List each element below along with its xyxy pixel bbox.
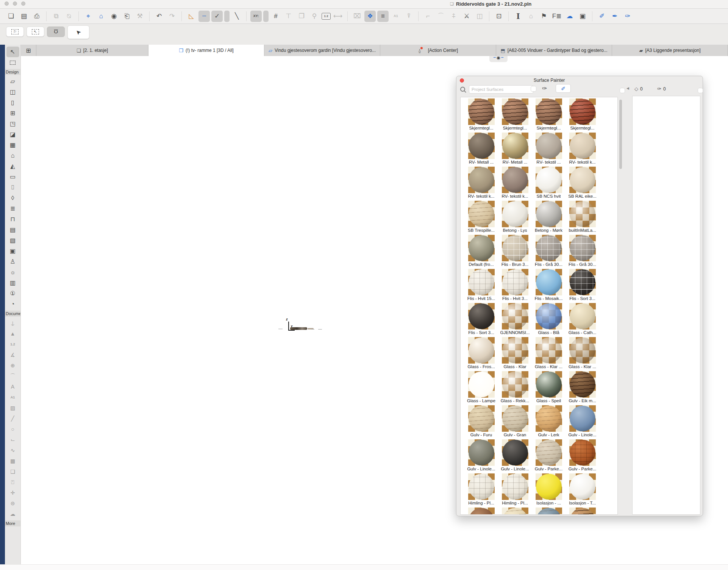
right-panel-toggle[interactable] [698, 88, 703, 93]
material-tile[interactable]: Glass - Speil [532, 371, 566, 405]
material-tile[interactable]: Glass - Klar ... [566, 337, 599, 371]
copy-settings-icon[interactable]: ⧉ [50, 11, 62, 22]
corner-window-tool[interactable]: ◳ [6, 119, 19, 129]
fill-tool[interactable]: ▨ [6, 403, 19, 413]
door-split-icon[interactable]: ◫ [474, 11, 485, 22]
text-tool[interactable]: A [6, 381, 19, 392]
window-tool[interactable]: ⊞ [6, 108, 19, 119]
skylight-tool[interactable]: ◪ [6, 129, 19, 140]
angle-dimension-tool[interactable]: ∡ [6, 350, 19, 360]
redo-icon[interactable]: ↷ [166, 11, 178, 22]
arrow-cursor-button[interactable]: ➤ [67, 25, 89, 39]
material-tile[interactable]: Flis - Sort 3... [464, 303, 498, 337]
material-tile[interactable]: Skjermtegl... [566, 98, 599, 133]
find-select-icon[interactable]: ⌖ [83, 11, 94, 22]
tab-vindu-gjestesoverom[interactable]: ▱Vindu gjestesoverom gardin [Vindu gjest… [264, 45, 380, 56]
material-tile[interactable]: Himling - Pl... [498, 473, 532, 508]
minimize-window-button[interactable] [13, 2, 17, 6]
shell-tool[interactable]: ◭ [6, 161, 19, 172]
material-tile[interactable]: Isolasjon - ... [532, 473, 566, 508]
measure-icon[interactable]: 1 2 [322, 13, 331, 20]
circle-tool[interactable]: ○ [6, 424, 19, 434]
transfer-settings-icon[interactable]: ✑ [622, 11, 633, 22]
material-tile[interactable]: Skjermtegl... [532, 98, 566, 133]
material-tile[interactable]: Glass - Klar ... [532, 337, 566, 371]
material-tile[interactable]: Flis - Hvit 15... [464, 269, 498, 303]
door-tool[interactable]: ◫ [6, 87, 19, 97]
material-tile[interactable]: Betong - Lys [498, 201, 532, 235]
toolbox-section-more[interactable]: More [5, 520, 20, 526]
camera-tool[interactable]: ⊜ [6, 498, 19, 509]
distant-model[interactable] [290, 327, 307, 330]
material-tile[interactable] [498, 508, 532, 515]
eyedropper-button[interactable]: ✐ [556, 84, 571, 93]
lamp-tool[interactable]: ☼ [6, 267, 19, 278]
material-tile[interactable]: Gulv - Linole... [566, 405, 599, 439]
tab-a3-liggende[interactable]: ▰[A3 Liggende presentasjon] [612, 45, 728, 56]
paint-brush-icon[interactable]: ✑ [542, 85, 547, 92]
close-window-button[interactable] [5, 2, 9, 6]
fillet-icon[interactable]: ⌒ [435, 11, 447, 22]
surface-catalog-list[interactable]: Skjermtegl...Skjermtegl...Skjermtegl...S… [460, 97, 618, 515]
profile-manager-icon[interactable]: I [512, 11, 524, 22]
stamp-icon[interactable]: ⍒ [403, 11, 414, 22]
slab-tool[interactable]: ◊ [6, 193, 19, 203]
mark-up-icon[interactable]: ⚑ [538, 11, 550, 22]
material-tile[interactable]: Flis - Brun 3... [498, 235, 532, 269]
material-tile[interactable]: Betong - Mørk [532, 201, 566, 235]
print-icon[interactable]: ⎙ [31, 11, 42, 22]
ruler-icon[interactable]: ⊤ [283, 11, 294, 22]
properties-icon[interactable]: F≣ [551, 11, 562, 22]
material-tile[interactable]: RV- tekstil k... [498, 167, 532, 201]
spline-tool[interactable]: ∿ [6, 445, 19, 456]
revision-cloud-tool[interactable]: ☁ [6, 509, 19, 519]
left-panel-toggle[interactable] [620, 88, 625, 93]
surface-search-input[interactable] [469, 85, 533, 94]
tab-2-1-etasje[interactable]: ❏[2. 1. etasje] [36, 45, 148, 56]
material-tile[interactable]: Gulv - Parke... [566, 439, 599, 473]
material-tile[interactable]: Gulv - Gran [498, 405, 532, 439]
material-tile[interactable]: Glass - Blå [532, 303, 566, 337]
material-tile[interactable]: Flis - Grå 30... [532, 235, 566, 269]
arc-dimension-tool[interactable]: ⌒ [6, 371, 19, 381]
edit-selection-icon[interactable]: ⊡ [493, 11, 505, 22]
inject-parameters-icon[interactable]: ✒ [609, 11, 620, 22]
material-tile[interactable]: builtInMatLa... [566, 201, 599, 235]
material-tile[interactable]: Flis - Hvit 3... [498, 269, 532, 303]
material-tile[interactable]: Gulv - Linole... [498, 439, 532, 473]
incline-icon[interactable]: ╲ [231, 11, 242, 22]
linear-dimension-tool[interactable]: 1.2 [6, 339, 19, 350]
dimension-icon[interactable]: ⟷ [332, 11, 344, 22]
library-cloud-icon[interactable]: ☁ [564, 11, 575, 22]
search-options-button[interactable] [531, 86, 536, 92]
material-tile[interactable]: Default (fro... [464, 235, 498, 269]
morph-tool[interactable]: ◔ [6, 299, 19, 309]
material-tile[interactable]: Skjermtegl... [498, 98, 532, 133]
material-tile[interactable]: Flis - Grå 30... [566, 235, 599, 269]
line-tool[interactable]: ╱ [6, 413, 19, 424]
material-tile[interactable]: RV- Metall ... [464, 133, 498, 167]
material-tile[interactable]: Glass - Rekk... [498, 371, 532, 405]
drawing-tool[interactable]: ❑ [6, 466, 19, 477]
material-tile[interactable]: Glass - Lampe [464, 371, 498, 405]
material-tile[interactable]: SB NCS hvit [532, 167, 566, 201]
split-icon[interactable]: ⚔ [461, 11, 472, 22]
curtain-wall-tool[interactable]: ▦ [6, 140, 19, 150]
material-tile[interactable]: RV- tekstil k... [464, 167, 498, 201]
profile-icon[interactable]: ⍉ [63, 11, 75, 22]
new-document-icon[interactable]: ❏ [5, 11, 17, 22]
hotspot-tool[interactable]: ✛ [6, 487, 19, 498]
material-tile[interactable]: GJENNOMSI... [498, 303, 532, 337]
marquee-flag-button[interactable]: ⚐ [6, 27, 24, 37]
coordinates-extra-button[interactable] [263, 11, 269, 22]
door-leaf-tool[interactable]: ▯ [6, 97, 19, 108]
worksheet-tool[interactable]: ⍞ [6, 477, 19, 487]
radial-dimension-tool[interactable]: ⊕ [6, 360, 19, 371]
zoom-window-button[interactable] [21, 2, 25, 6]
magnet-toggle-button[interactable]: Ω [47, 27, 65, 37]
align-icon[interactable]: ≡ [377, 11, 389, 22]
publisher-icon[interactable]: ⎗ [121, 11, 133, 22]
beam-tool[interactable]: ▭ [6, 172, 19, 182]
material-tile[interactable]: Glass - Fros... [464, 337, 498, 371]
label-a1-icon[interactable]: A1 [390, 11, 401, 22]
